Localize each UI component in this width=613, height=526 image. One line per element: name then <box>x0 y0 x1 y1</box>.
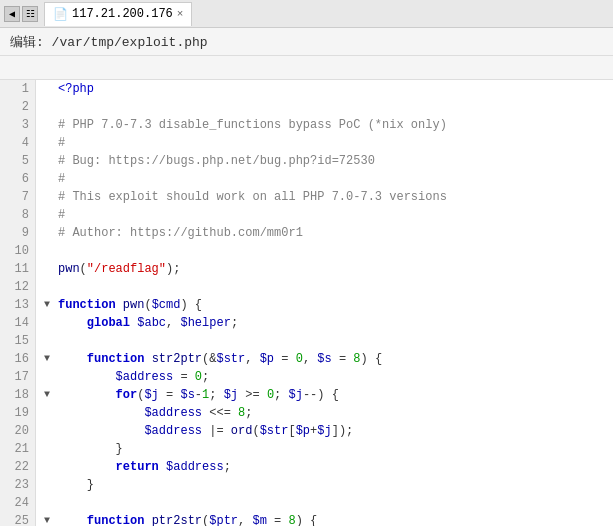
ln-3: 3 <box>6 116 29 134</box>
code-text-19: $address <<= 8; <box>58 404 252 422</box>
code-container[interactable]: 1 2 3 4 5 6 7 8 9 10 11 12 13 14 15 16 1… <box>0 80 613 526</box>
back-button[interactable]: ◀ <box>4 6 20 22</box>
code-text-4: # <box>58 134 65 152</box>
code-text-7: # This exploit should work on all PHP 7.… <box>58 188 447 206</box>
code-line-2 <box>44 98 605 116</box>
tab-label: 117.21.200.176 <box>72 7 173 21</box>
app-window: ◀ ☷ 📄 117.21.200.176 × 编辑: /var/tmp/expl… <box>0 0 613 526</box>
fold-2 <box>44 98 58 116</box>
code-text-17: $address = 0; <box>58 368 209 386</box>
code-text-6: # <box>58 170 65 188</box>
ln-18: 18 <box>6 386 29 404</box>
fold-14 <box>44 314 58 332</box>
ln-10: 10 <box>6 242 29 260</box>
ln-8: 8 <box>6 206 29 224</box>
code-text-23: } <box>58 476 94 494</box>
code-text-14c: $abc <box>137 314 166 332</box>
fold-10 <box>44 242 58 260</box>
code-line-14: global $abc, $helper; <box>44 314 605 332</box>
fold-6 <box>44 170 58 188</box>
fold-18[interactable]: ▼ <box>44 386 58 404</box>
ln-16: 16 <box>6 350 29 368</box>
code-line-24 <box>44 494 605 512</box>
ln-4: 4 <box>6 134 29 152</box>
ln-23: 23 <box>6 476 29 494</box>
fold-22 <box>44 458 58 476</box>
ln-20: 20 <box>6 422 29 440</box>
code-text-9: # Author: https://github.com/mm0r1 <box>58 224 303 242</box>
code-line-22: return $address; <box>44 458 605 476</box>
ln-19: 19 <box>6 404 29 422</box>
code-text-16c: str2ptr <box>152 350 202 368</box>
ln-21: 21 <box>6 440 29 458</box>
ln-14: 14 <box>6 314 29 332</box>
file-path-label: 编辑: /var/tmp/exploit.php <box>10 33 208 51</box>
fold-12 <box>44 278 58 296</box>
code-line-16: ▼ function str2ptr(&$str, $p = 0, $s = 8… <box>44 350 605 368</box>
fold-1 <box>44 80 58 98</box>
code-line-5: # Bug: https://bugs.php.net/bug.php?id=7… <box>44 152 605 170</box>
fold-17 <box>44 368 58 386</box>
ln-11: 11 <box>6 260 29 278</box>
code-line-11: pwn("/readflag"); <box>44 260 605 278</box>
code-text-21: } <box>58 440 123 458</box>
fold-23 <box>44 476 58 494</box>
code-line-19: $address <<= 8; <box>44 404 605 422</box>
tab-close-button[interactable]: × <box>177 8 184 20</box>
fold-25[interactable]: ▼ <box>44 512 58 526</box>
title-bar: ◀ ☷ 📄 117.21.200.176 × <box>0 0 613 28</box>
ln-2: 2 <box>6 98 29 116</box>
code-text-11c: "/readflag" <box>87 260 166 278</box>
code-line-25: ▼ function ptr2str($ptr, $m = 8) { <box>44 512 605 526</box>
code-line-10 <box>44 242 605 260</box>
code-line-12 <box>44 278 605 296</box>
fold-8 <box>44 206 58 224</box>
nav-buttons: ◀ ☷ <box>4 6 38 22</box>
code-text-8: # <box>58 206 65 224</box>
code-text-11a: pwn <box>58 260 80 278</box>
fold-5 <box>44 152 58 170</box>
ln-9: 9 <box>6 224 29 242</box>
code-editor[interactable]: <?php # PHP 7.0-7.3 disable_functions by… <box>36 80 613 526</box>
fold-19 <box>44 404 58 422</box>
code-line-20: $address |= ord($str[$p+$j]); <box>44 422 605 440</box>
file-tab[interactable]: 📄 117.21.200.176 × <box>44 2 192 26</box>
code-text-13b: pwn <box>123 296 145 314</box>
fold-9 <box>44 224 58 242</box>
code-line-18: ▼ for($j = $s-1; $j >= 0; $j--) { <box>44 386 605 404</box>
code-line-1: <?php <box>44 80 605 98</box>
code-text-14f: ; <box>231 314 238 332</box>
ln-22: 22 <box>6 458 29 476</box>
code-line-15 <box>44 332 605 350</box>
fold-21 <box>44 440 58 458</box>
ln-12: 12 <box>6 278 29 296</box>
file-header: 编辑: /var/tmp/exploit.php <box>0 28 613 56</box>
code-line-17: $address = 0; <box>44 368 605 386</box>
code-text-3: # PHP 7.0-7.3 disable_functions bypass P… <box>58 116 447 134</box>
code-text-16b: function <box>87 350 152 368</box>
code-text-14a <box>58 314 87 332</box>
fold-16[interactable]: ▼ <box>44 350 58 368</box>
ln-5: 5 <box>6 152 29 170</box>
code-line-13: ▼ function pwn($cmd) { <box>44 296 605 314</box>
grid-button[interactable]: ☷ <box>22 6 38 22</box>
code-text-14b: global <box>87 314 137 332</box>
ln-1: 1 <box>6 80 29 98</box>
fold-15 <box>44 332 58 350</box>
code-text-20: $address |= ord($str[$p+$j]); <box>58 422 353 440</box>
fold-13[interactable]: ▼ <box>44 296 58 314</box>
code-text-5: # Bug: https://bugs.php.net/bug.php?id=7… <box>58 152 375 170</box>
ln-6: 6 <box>6 170 29 188</box>
ln-24: 24 <box>6 494 29 512</box>
code-line-6: # <box>44 170 605 188</box>
fold-3 <box>44 116 58 134</box>
fold-7 <box>44 188 58 206</box>
code-text-25: function ptr2str($ptr, $m = 8) { <box>58 512 317 526</box>
ln-13: 13 <box>6 296 29 314</box>
code-line-23: } <box>44 476 605 494</box>
code-text-11d: ); <box>166 260 180 278</box>
code-line-4: # <box>44 134 605 152</box>
code-text-16a <box>58 350 87 368</box>
code-text-13a: function <box>58 296 123 314</box>
code-text-22: return $address; <box>58 458 231 476</box>
